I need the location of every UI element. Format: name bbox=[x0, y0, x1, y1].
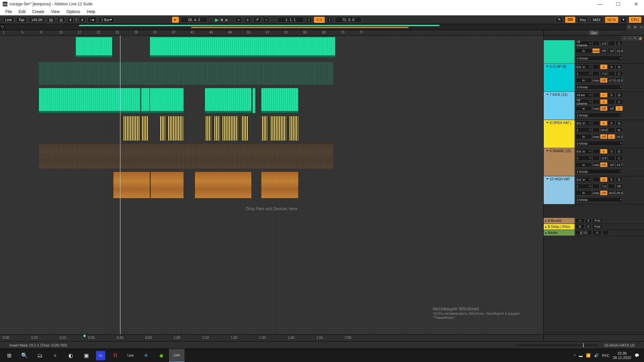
clip[interactable] bbox=[261, 116, 268, 141]
loop-start[interactable]: 1. 1. 1 bbox=[277, 17, 304, 23]
tray-clock[interactable]: 22:39 28.12.2022 bbox=[613, 351, 631, 360]
tray-wifi-icon[interactable]: 📶 bbox=[586, 353, 591, 358]
solo-button[interactable]: S bbox=[608, 177, 615, 182]
group[interactable]: 1-Group bbox=[575, 197, 623, 202]
solo-button[interactable]: S bbox=[608, 149, 615, 154]
taskbar-epic[interactable]: E bbox=[48, 349, 63, 362]
monitor-auto[interactable]: Auto bbox=[592, 162, 600, 167]
locator-marker[interactable] bbox=[83, 335, 86, 337]
arrangement-view[interactable]: Drop Files and Devices Here Активация Wi… bbox=[0, 36, 543, 335]
post-button[interactable]: Post bbox=[592, 224, 603, 229]
taskbar-search[interactable]: 🔍 bbox=[17, 349, 32, 362]
clip[interactable] bbox=[270, 116, 286, 141]
pan[interactable]: -2.0 bbox=[600, 41, 607, 46]
fold-icon[interactable] bbox=[546, 150, 549, 153]
master-solo[interactable] bbox=[602, 230, 609, 235]
io-type[interactable]: All Ins bbox=[575, 93, 592, 98]
track-num[interactable]: 9 bbox=[600, 149, 607, 154]
close-button[interactable]: ✕ bbox=[631, 1, 641, 7]
pan-c[interactable]: 4L bbox=[615, 127, 623, 132]
pan-c[interactable]: C bbox=[615, 41, 623, 46]
track-header[interactable]: 8 OPEN HAT ( bbox=[544, 120, 575, 148]
pan-c[interactable]: C bbox=[615, 156, 623, 161]
arrangement-position[interactable]: 26. 4. 2 bbox=[181, 17, 208, 23]
track-num[interactable]: 6 bbox=[600, 64, 607, 69]
track-header[interactable]: 9 SNARE (15) bbox=[544, 148, 575, 176]
play-button[interactable]: ▶ bbox=[215, 17, 219, 22]
clip[interactable] bbox=[195, 172, 252, 198]
pan[interactable]: 0 bbox=[600, 99, 607, 104]
overview-collapse-icon[interactable]: ▽ bbox=[0, 24, 5, 30]
tray-battery-icon[interactable]: ▬ bbox=[579, 354, 583, 358]
automation-arm[interactable]: ⎋ bbox=[244, 17, 251, 23]
group[interactable]: 1-Group bbox=[575, 56, 623, 61]
monitor-in[interactable]: In bbox=[575, 162, 592, 167]
solo-button[interactable]: S bbox=[608, 121, 615, 126]
clip[interactable] bbox=[150, 88, 184, 113]
menu-file[interactable]: File bbox=[2, 9, 15, 15]
channel[interactable]: 1 bbox=[575, 127, 592, 132]
cpu-dropdown[interactable]: ▾ bbox=[620, 17, 627, 23]
solo-button[interactable]: S bbox=[585, 224, 592, 229]
post-button[interactable]: Post bbox=[592, 218, 603, 223]
reenable-automation[interactable]: ↺ bbox=[253, 17, 261, 23]
clip[interactable] bbox=[141, 116, 149, 141]
tray-chevron-icon[interactable]: ^ bbox=[574, 354, 576, 358]
pan-c[interactable]: 5R bbox=[615, 184, 623, 189]
monitor-in[interactable]: In bbox=[575, 190, 592, 195]
taskbar-explorer[interactable]: 🗂 bbox=[32, 349, 48, 362]
record-button[interactable]: ● bbox=[225, 17, 228, 22]
overview-main[interactable] bbox=[5, 24, 626, 30]
taskbar-start[interactable]: ⊞ bbox=[1, 349, 17, 362]
monitor-auto[interactable]: Auto bbox=[592, 106, 600, 111]
add-return-icon[interactable]: + bbox=[627, 36, 632, 40]
group[interactable]: 1-Group bbox=[575, 169, 623, 174]
monitor-off[interactable]: Off bbox=[600, 190, 607, 195]
track-num[interactable]: 8 bbox=[600, 121, 607, 126]
pan[interactable]: -7.0 bbox=[600, 184, 607, 189]
clip[interactable] bbox=[113, 172, 150, 198]
clip[interactable] bbox=[213, 116, 220, 141]
follow-button[interactable]: ▸ bbox=[172, 17, 179, 23]
send-letter[interactable]: B bbox=[575, 224, 585, 229]
return-track[interactable]: ▸A Reverb bbox=[544, 218, 575, 224]
metronome-button[interactable]: |||| bbox=[47, 17, 55, 23]
solo-button[interactable]: S bbox=[585, 218, 592, 223]
punch-in[interactable]: ⟨ bbox=[306, 17, 312, 23]
tap-button[interactable]: Tap bbox=[16, 17, 27, 23]
loop-button[interactable]: ⊂⊃ bbox=[314, 17, 325, 23]
loop-length[interactable]: 72. 0. 0 bbox=[335, 17, 362, 23]
ov-h-button[interactable]: H bbox=[626, 24, 632, 30]
arm-button[interactable] bbox=[615, 121, 623, 126]
playhead[interactable] bbox=[120, 36, 120, 335]
add-track-icon[interactable]: + bbox=[622, 36, 627, 40]
capture-button[interactable]: ○ bbox=[263, 17, 270, 23]
taskbar-live2[interactable]: Live bbox=[169, 349, 184, 362]
ov-w-button[interactable]: W bbox=[632, 24, 638, 30]
ov-menu-button[interactable]: ≡ bbox=[638, 24, 644, 30]
crossfader[interactable] bbox=[517, 344, 597, 346]
sig-numerator[interactable]: 4 bbox=[67, 17, 74, 23]
taskbar-live1[interactable]: Live bbox=[123, 349, 138, 362]
monitor-off[interactable]: Off bbox=[600, 106, 607, 111]
monitor-off[interactable]: Off bbox=[600, 48, 607, 53]
tray-notifications-icon[interactable]: 💬 bbox=[635, 353, 639, 358]
master-track[interactable]: ▸Master bbox=[544, 230, 575, 236]
taskbar-taskview[interactable]: ▣ bbox=[78, 349, 94, 362]
monitor-auto[interactable]: Auto bbox=[592, 48, 600, 53]
solo-button[interactable]: S bbox=[608, 93, 615, 98]
io-type[interactable]: All Channe bbox=[575, 41, 592, 46]
clip[interactable] bbox=[241, 116, 249, 141]
clip[interactable] bbox=[252, 88, 256, 113]
menu-create[interactable]: Create bbox=[29, 9, 48, 15]
pan-c[interactable]: C bbox=[615, 99, 623, 104]
send-letter[interactable]: A bbox=[575, 218, 585, 223]
monitor-auto[interactable]: Auto bbox=[592, 134, 600, 139]
midi-map-button[interactable]: MIDI bbox=[590, 17, 603, 23]
draw-icon[interactable]: ✎ bbox=[633, 36, 637, 40]
computer-midi-keyboard[interactable]: ⌨ bbox=[565, 17, 575, 23]
pan[interactable]: -16.6 bbox=[600, 127, 607, 132]
taskbar-nvidia[interactable]: ◆ bbox=[154, 349, 169, 362]
menu-help[interactable]: Help bbox=[84, 9, 99, 15]
metronome-toggle[interactable]: ○● bbox=[88, 17, 97, 23]
